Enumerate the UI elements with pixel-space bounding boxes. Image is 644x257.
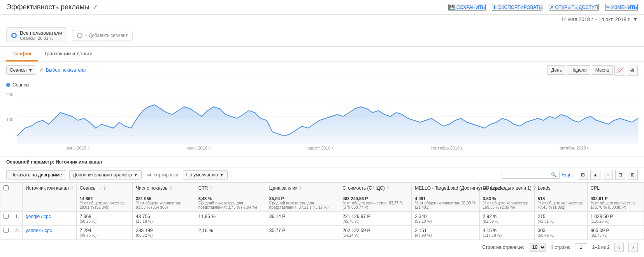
- th-cost[interactable]: Стоимость (С НДС) ?: [339, 183, 412, 194]
- th-cost-help: ?: [387, 186, 389, 190]
- table-extra-icon[interactable]: ⊞: [628, 170, 638, 180]
- table-controls: Показать на диаграмме Дополнительный пар…: [0, 167, 644, 183]
- select-metric-link[interactable]: Выбор показателя: [46, 67, 86, 73]
- row1-num-cell: 1.: [12, 212, 23, 226]
- row2-source-link[interactable]: yandex / cpc: [26, 228, 52, 233]
- th-cpl[interactable]: CPL: [587, 183, 644, 194]
- row2-cr-leads-cell: 4,15 % (117,58 %): [479, 226, 534, 240]
- date-range-bar: 14 мая 2018 г. - 14 окт. 2018 г. ▼: [0, 15, 644, 24]
- th-leads[interactable]: Leads: [534, 183, 587, 194]
- view-day-button[interactable]: День: [547, 65, 565, 75]
- summary-sessions-sub: % от общего количества: 28,01 % (52 349): [80, 201, 129, 209]
- chart-line-view-icon[interactable]: 📈: [614, 65, 625, 76]
- export-button[interactable]: ⬇ ЭКСПОРТИРОВАТЬ: [492, 4, 542, 11]
- row1-impressions-cell: 43 756 (13,18 %): [133, 212, 195, 226]
- chart-dot-view-icon[interactable]: ⊕: [627, 65, 638, 76]
- th-sessions[interactable]: Сеансы ↓ ?: [76, 183, 132, 194]
- row1-cr-leads-sub: (82,59 %): [483, 219, 531, 224]
- summary-ctr-cell: 3,43 % Средний показатель для представле…: [195, 194, 266, 212]
- row2-num-cell: 2.: [12, 226, 23, 240]
- share-icon: ↗: [549, 5, 553, 10]
- th-checkbox[interactable]: [0, 183, 12, 194]
- additional-param-dropdown[interactable]: Дополнительный параметр ▼: [69, 170, 141, 180]
- row1-checkbox-cell[interactable]: [0, 212, 12, 226]
- th-impressions[interactable]: Число показов ?: [133, 183, 195, 194]
- select-all-checkbox[interactable]: [4, 185, 9, 190]
- range-label: 1–2 из 2: [592, 245, 610, 250]
- row2-impressions-cell: 288 199 (86,82 %): [133, 226, 195, 240]
- th-num: [12, 183, 23, 194]
- th-cpc[interactable]: Цена за клик ?: [266, 183, 339, 194]
- tab-traffic[interactable]: Трафик: [6, 47, 38, 62]
- row1-checkbox[interactable]: [4, 214, 9, 219]
- svg-marker-3: [17, 105, 638, 144]
- add-segment-button[interactable]: ○ + Добавить сегмент: [72, 30, 133, 41]
- row1-source-link[interactable]: google / cpc: [26, 214, 51, 219]
- primary-param-bar: Основной параметр: Источник или канал: [0, 157, 644, 167]
- rows-per-page-select[interactable]: 10 25 50: [529, 243, 546, 252]
- tabs-bar: Трафик Транзакции и деньги: [0, 47, 644, 62]
- th-ctr[interactable]: CTR ?: [195, 183, 266, 194]
- th-sessions-help: ?: [104, 186, 106, 190]
- search-box[interactable]: 🔍: [502, 171, 560, 179]
- summary-source-cell: [23, 194, 77, 212]
- view-month-button[interactable]: Месяц: [592, 65, 613, 75]
- eshche-link[interactable]: Ещё...: [562, 172, 576, 178]
- sessions-sort-icon: ↓: [99, 185, 101, 191]
- summary-ctr-value: 3,43 %: [198, 196, 263, 201]
- share-button[interactable]: ↗ ОТКРЫТЬ ДОСТУП: [549, 4, 598, 11]
- header-bar: Эффективность рекламы ✓ 💾 СОХРАНИТЬ ⬇ ЭК…: [0, 0, 644, 15]
- row2-checkbox-cell[interactable]: [0, 226, 12, 240]
- row1-cpl-sub: (110,25 %): [591, 219, 641, 224]
- table-controls-left: Показать на диаграмме Дополнительный пар…: [6, 170, 228, 180]
- segment-info: Все пользователи Сеансы: 28,01 %: [20, 30, 62, 40]
- to-row-input[interactable]: [575, 243, 587, 251]
- row2-checkbox[interactable]: [4, 228, 9, 233]
- summary-cpl-sub: % от общего количества: 175,76 % (530,80…: [591, 201, 641, 209]
- edit-button[interactable]: ✏ ИЗМЕНИТЬ: [605, 4, 638, 11]
- x-label-august: август 2018 г.: [307, 146, 334, 150]
- metric-selector[interactable]: Сеансы ▼: [6, 65, 36, 75]
- table-grid-view-icon[interactable]: ⊞: [578, 170, 588, 180]
- row1-mello-cell: 2 340 (52,10 %): [412, 212, 479, 226]
- x-label-october: октябрь 2018 г.: [560, 146, 590, 150]
- x-label-june: июнь 2018 г.: [65, 146, 90, 150]
- chart-legend: Сеансы: [6, 82, 638, 88]
- row2-cpc-cell: 35,77 Р: [266, 226, 339, 240]
- date-range-dropdown-icon[interactable]: ▼: [633, 16, 638, 22]
- row2-leads-value: 303: [538, 228, 584, 233]
- next-page-button[interactable]: ›: [628, 243, 638, 252]
- summary-cpc-sub: Средний показатель для представления: 37…: [269, 201, 336, 209]
- row2-leads-sub: (58,49 %): [538, 233, 584, 238]
- row2-cpl-cell: 865,09 Р (92,73 %): [587, 226, 644, 240]
- segment-dot: [11, 33, 17, 38]
- tab-transactions[interactable]: Транзакции и деньги: [38, 47, 99, 62]
- row1-cost-cell: 221 126,97 Р (45,76 %): [339, 212, 412, 226]
- additional-param-dropdown-icon: ▼: [133, 172, 138, 178]
- table-pivot-icon[interactable]: ⊟: [615, 170, 625, 180]
- prev-page-button[interactable]: ‹: [614, 243, 624, 252]
- table-list-view-icon[interactable]: ≡: [603, 170, 613, 180]
- row2-source-cell: yandex / cpc: [23, 226, 77, 240]
- row2-cpl-value: 865,09 Р: [591, 228, 641, 233]
- segment-label: Все пользователи: [20, 30, 62, 36]
- chart-canvas-wrapper: 200 100 июнь 2018 г. июль 2018 г. август…: [6, 89, 638, 151]
- sort-dropdown[interactable]: По умолчанию ▼: [183, 170, 228, 180]
- summary-num-cell: [12, 194, 23, 212]
- data-table-wrapper: Источник или канал ? Сеансы ↓ ? Число по…: [0, 183, 644, 240]
- save-button[interactable]: 💾 СОХРАНИТЬ: [448, 4, 486, 11]
- to-row-label: К строке:: [551, 245, 570, 250]
- search-input[interactable]: [504, 172, 551, 178]
- show-on-chart-button[interactable]: Показать на диаграмме: [6, 170, 66, 180]
- summary-cost-cell: 483 249,56 Р % от общего количества: 83,…: [339, 194, 412, 212]
- th-mello[interactable]: MELLO - TargetLoad (Достигнутые переходы…: [412, 183, 479, 194]
- view-week-button[interactable]: Неделя: [567, 65, 590, 75]
- th-source[interactable]: Источник или канал ?: [23, 183, 77, 194]
- summary-cr-leads-sub: % от общего количества: 169,36 % (2,09 %…: [483, 201, 531, 209]
- summary-cost-sub: % от общего количества: 83,37 % (579 630…: [342, 201, 408, 209]
- summary-impressions-sub: % от общего количества: 93,53 % (354 908…: [136, 201, 192, 209]
- chart-controls: Сеансы ▼ И Выбор показателя День Неделя …: [0, 62, 644, 79]
- chart-controls-right: День Неделя Месяц 📈 ⊕: [547, 65, 638, 76]
- row2-sessions-value: 7 294: [80, 228, 129, 233]
- table-up-icon[interactable]: ▲: [590, 170, 600, 180]
